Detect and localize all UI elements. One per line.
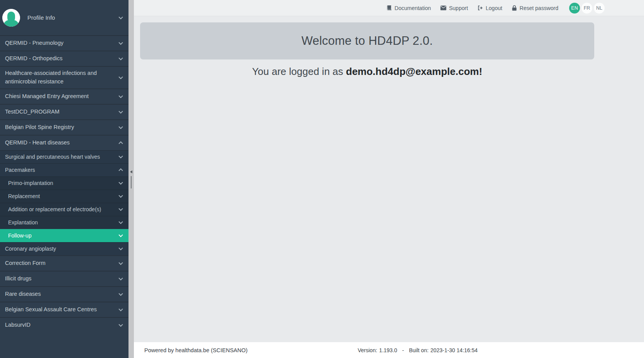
logout-icon (477, 5, 483, 11)
chevron-down-icon (118, 93, 123, 98)
person-icon (2, 9, 20, 27)
sidebar-item-testdcd-program[interactable]: TestDCD_PROGRAM (0, 104, 128, 119)
version-info: Version: 1.193.0 - Built on: 2023-1-30 1… (358, 347, 478, 353)
main-panel: Documentation Support Logout Reset passw… (134, 0, 644, 358)
sidebar-item-follow-up[interactable]: Follow-up (0, 229, 128, 242)
sidebar-item-primo-implantation[interactable]: Primo-implantation (0, 176, 128, 190)
chevron-down-icon (118, 260, 123, 265)
sidebar-item-addition-replacement-electrodes[interactable]: Addition or replacement of electrode(s) (0, 203, 128, 216)
chevron-up-icon (118, 141, 123, 145)
chevron-down-icon (118, 56, 123, 60)
sidebar-item-coronary-angioplasty[interactable]: Coronary angioplasty (0, 242, 128, 255)
sidebar-item-explantation[interactable]: Explantation (0, 216, 128, 229)
chevron-down-icon (118, 233, 123, 237)
language-button-fr[interactable]: FR (581, 3, 592, 14)
user-email: demo.hd4dp@example.com (346, 66, 479, 77)
sidebar-item-surgical-percutaneous-heart-valves[interactable]: Surgical and percutaneous heart valves (0, 150, 128, 163)
sidebar-item-qermid-heart-diseases[interactable]: QERMID - Heart diseases (0, 135, 128, 150)
language-switcher: EN FR NL (569, 3, 605, 14)
chevron-up-icon (118, 168, 123, 173)
lock-icon (512, 5, 517, 11)
profile-info-label: Profile Info (27, 14, 55, 21)
book-icon (386, 5, 392, 11)
sidebar-item-labsurvid[interactable]: LabsurvID (0, 317, 128, 333)
powered-by-text: Powered by healthdata.be (SCIENSANO) (144, 347, 248, 353)
chevron-down-icon (118, 322, 123, 326)
support-link[interactable]: Support (440, 5, 468, 11)
sidebar-item-belgian-sexual-assault-care-centres[interactable]: Belgian Sexual Assault Care Centres (0, 302, 128, 317)
footer: Powered by healthdata.be (SCIENSANO) Ver… (134, 342, 644, 358)
chevron-down-icon (118, 15, 123, 19)
language-button-nl[interactable]: NL (594, 3, 605, 14)
collapse-sidebar-icon[interactable] (130, 170, 132, 173)
chevron-down-icon (118, 291, 123, 295)
chevron-down-icon (118, 180, 123, 185)
documentation-link[interactable]: Documentation (386, 5, 431, 11)
logout-link[interactable]: Logout (477, 5, 502, 11)
chevron-down-icon (118, 307, 123, 311)
built-on-value: 2023-1-30 14:16:54 (431, 347, 478, 353)
version-value: 1.193.0 (379, 347, 397, 353)
sidebar-item-healthcare-associated-infections[interactable]: Healthcare-associated infections and ant… (0, 66, 128, 88)
sidebar-splitter[interactable] (128, 0, 134, 358)
sidebar-item-rare-diseases[interactable]: Rare diseases (0, 286, 128, 302)
profile-info-item[interactable]: Profile Info (0, 0, 128, 35)
logged-in-message: You are logged in as demo.hd4dp@example.… (140, 66, 594, 78)
welcome-title: Welcome to HD4DP 2.0. (301, 34, 433, 48)
topbar: Documentation Support Logout Reset passw… (134, 0, 644, 16)
chevron-down-icon (118, 154, 123, 158)
version-label: Version: (358, 347, 377, 353)
sidebar-item-qermid-pneumology[interactable]: QERMID - Pneumology (0, 35, 128, 51)
chevron-down-icon (118, 276, 123, 280)
sidebar-item-belgian-pilot-spine-registry[interactable]: Belgian Pilot Spine Registry (0, 119, 128, 135)
version-separator: - (402, 347, 404, 353)
reset-password-link[interactable]: Reset password (512, 5, 558, 11)
welcome-banner: Welcome to HD4DP 2.0. (140, 22, 594, 59)
chevron-down-icon (118, 124, 123, 129)
sidebar-item-illicit-drugs[interactable]: Illicit drugs (0, 271, 128, 286)
built-on-label: Built on: (409, 347, 429, 353)
content-area: Welcome to HD4DP 2.0. You are logged in … (134, 16, 644, 342)
user-avatar (2, 9, 20, 27)
chevron-down-icon (118, 109, 123, 113)
language-button-en[interactable]: EN (569, 3, 580, 14)
chevron-down-icon (118, 41, 123, 45)
chevron-down-icon (118, 246, 123, 250)
sidebar-item-correction-form[interactable]: Correction Form (0, 255, 128, 271)
envelope-icon (440, 5, 446, 10)
chevron-down-icon (118, 75, 123, 79)
sidebar-item-replacement[interactable]: Replacement (0, 190, 128, 203)
sidebar: Profile Info QERMID - Pneumology QERMID … (0, 0, 128, 358)
sidebar-menu: QERMID - Pneumology QERMID - Orthopedics… (0, 35, 128, 333)
splitter-drag-handle[interactable] (131, 176, 132, 188)
sidebar-item-pacemakers[interactable]: Pacemakers (0, 163, 128, 176)
sidebar-item-qermid-orthopedics[interactable]: QERMID - Orthopedics (0, 51, 128, 66)
chevron-down-icon (118, 220, 123, 224)
chevron-down-icon (118, 207, 123, 211)
chevron-down-icon (118, 193, 123, 198)
sidebar-item-chiesi-managed-entry-agreement[interactable]: Chiesi Managed Entry Agreement (0, 88, 128, 104)
